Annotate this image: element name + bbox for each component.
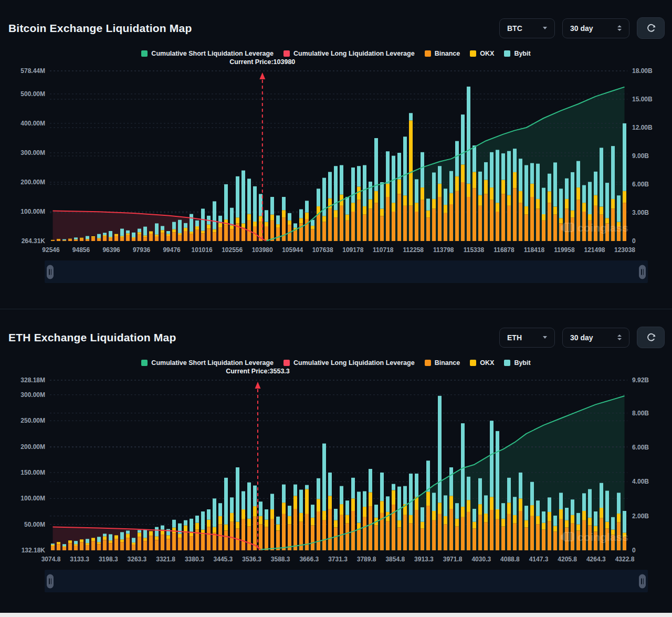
refresh-button[interactable] bbox=[637, 327, 665, 348]
x-axis-tick: 92546 bbox=[42, 246, 60, 254]
chart-controls: ETH 30 day bbox=[499, 327, 665, 348]
page-title: ETH Exchange Liquidation Map bbox=[8, 331, 176, 344]
right-axis-bottom-tick: 0 bbox=[632, 547, 636, 554]
left-axis-tick: 200.00M bbox=[20, 179, 45, 186]
x-axis-tick: 103980 bbox=[252, 246, 273, 254]
left-axis-tick: 250.00M bbox=[20, 417, 45, 424]
x-axis-tick: 3971.8 bbox=[443, 556, 463, 563]
right-axis-bottom-tick: 0 bbox=[632, 237, 636, 245]
refresh-button[interactable] bbox=[637, 17, 665, 39]
time-range-select[interactable]: 30 day bbox=[562, 328, 629, 348]
left-axis-tick: 400.00M bbox=[20, 120, 45, 127]
coin-select[interactable]: BTC bbox=[499, 18, 555, 38]
left-axis-tick: 500.00M bbox=[20, 90, 45, 98]
x-axis-tick: 110718 bbox=[373, 246, 394, 254]
current-price-label: Current Price:3553.3 bbox=[226, 368, 290, 375]
right-axis-tick: 15.00B bbox=[632, 96, 653, 103]
legend-item-short[interactable]: Cumulative Short Liquidation Leverage bbox=[141, 359, 274, 367]
legend-item-short[interactable]: Cumulative Short Liquidation Leverage bbox=[141, 50, 274, 57]
svg-text:coinglass: coinglass bbox=[578, 531, 628, 543]
x-axis-tick: 102556 bbox=[222, 246, 243, 254]
chart-zoom-scrollbar[interactable] bbox=[45, 260, 648, 283]
legend-item-long[interactable]: Cumulative Long Liquidation Leverage bbox=[284, 50, 415, 57]
scrollbar-left-handle[interactable] bbox=[47, 265, 54, 279]
liquidation-chart-canvas[interactable]: 328.18M300.00M250.00M200.00M150.00M100.0… bbox=[0, 377, 672, 567]
x-axis-tick: 4264.3 bbox=[586, 556, 606, 563]
legend-item-bybit[interactable]: Bybit bbox=[504, 359, 530, 367]
x-axis-tick: 4030.3 bbox=[471, 556, 491, 563]
time-range-value: 30 day bbox=[570, 333, 593, 342]
up-down-spinner-icon bbox=[617, 334, 622, 340]
scrollbar-right-handle[interactable] bbox=[639, 265, 646, 279]
time-range-value: 30 day bbox=[570, 24, 593, 33]
x-axis-tick: 4088.8 bbox=[500, 556, 520, 563]
x-axis-tick: 105944 bbox=[282, 246, 303, 254]
x-axis-tick: 3588.3 bbox=[271, 556, 290, 563]
left-axis-tick: 200.00M bbox=[20, 443, 45, 451]
left-axis-tick: 50.00M bbox=[24, 521, 45, 528]
x-axis-tick: 115338 bbox=[464, 246, 485, 254]
x-axis-tick: 3913.3 bbox=[414, 556, 434, 563]
right-axis-tick: 12.00B bbox=[632, 124, 653, 131]
legend-item-long[interactable]: Cumulative Long Liquidation Leverage bbox=[284, 359, 415, 367]
bybit-swatch-icon bbox=[504, 360, 510, 366]
x-axis-tick: 3263.3 bbox=[128, 556, 147, 563]
x-axis-tick: 99476 bbox=[163, 246, 181, 254]
right-axis-tick: 8.00B bbox=[632, 410, 649, 417]
binance-swatch-icon bbox=[425, 50, 431, 57]
x-axis-tick: 109178 bbox=[342, 246, 363, 254]
right-axis-tick: 9.00B bbox=[632, 152, 649, 160]
refresh-icon bbox=[645, 332, 657, 343]
scrollbar-right-handle[interactable] bbox=[639, 574, 646, 588]
scrollbar-left-handle[interactable] bbox=[47, 574, 54, 588]
legend-item-okx[interactable]: OKX bbox=[470, 50, 494, 57]
x-axis-tick: 113798 bbox=[433, 246, 454, 254]
x-axis-tick: 3731.3 bbox=[328, 556, 348, 563]
time-range-select[interactable]: 30 day bbox=[562, 18, 629, 38]
x-axis-tick: 121498 bbox=[584, 246, 605, 254]
x-axis-tick: 3445.3 bbox=[214, 556, 233, 563]
coin-select[interactable]: ETH bbox=[499, 328, 555, 348]
x-axis-tick: 3854.8 bbox=[385, 556, 405, 563]
page-title: Bitcoin Exchange Liquidation Map bbox=[8, 22, 192, 35]
up-arrow-icon bbox=[255, 382, 261, 389]
x-axis-tick: 3536.3 bbox=[242, 556, 261, 563]
x-axis-tick: 123038 bbox=[614, 246, 635, 254]
binance-swatch-icon bbox=[425, 360, 431, 366]
left-axis-tick: 100.00M bbox=[20, 208, 45, 215]
long-swatch-icon bbox=[284, 50, 290, 57]
bybit-swatch-icon bbox=[504, 50, 510, 57]
legend-item-okx[interactable]: OKX bbox=[470, 359, 494, 367]
right-axis-tick: 2.00B bbox=[632, 513, 649, 520]
coin-select-value: ETH bbox=[507, 333, 522, 342]
right-axis-tick: 6.00B bbox=[632, 444, 649, 451]
refresh-icon bbox=[645, 23, 657, 34]
chart-controls: BTC 30 day bbox=[499, 17, 665, 39]
x-axis-tick: 97936 bbox=[133, 246, 151, 254]
short-swatch-icon bbox=[141, 360, 148, 366]
x-axis-tick: 4205.8 bbox=[558, 556, 577, 563]
left-axis-tick: 100.00M bbox=[20, 495, 45, 502]
btc-liquidation-panel: Bitcoin Exchange Liquidation Map BTC 30 … bbox=[0, 0, 672, 309]
x-axis-tick: 116878 bbox=[494, 246, 514, 254]
x-axis-tick: 118418 bbox=[524, 246, 545, 254]
coinglass-logo-icon: coinglass bbox=[561, 222, 628, 234]
legend-item-binance[interactable]: Binance bbox=[425, 50, 460, 57]
x-axis-tick: 4147.3 bbox=[529, 556, 549, 563]
legend-item-bybit[interactable]: Bybit bbox=[504, 50, 530, 57]
liquidation-chart-canvas[interactable]: 578.44M500.00M400.00M300.00M200.00M100.0… bbox=[0, 67, 672, 257]
left-axis-tick: 578.44M bbox=[20, 67, 45, 75]
x-axis-tick: 94856 bbox=[72, 246, 90, 254]
right-axis-tick: 6.00B bbox=[632, 181, 649, 188]
chevron-down-icon bbox=[543, 27, 547, 29]
chart-zoom-scrollbar[interactable] bbox=[45, 570, 648, 592]
left-axis-tick: 300.00M bbox=[20, 149, 45, 156]
right-axis-tick: 18.00B bbox=[632, 67, 653, 75]
x-axis-tick: 107638 bbox=[312, 246, 333, 254]
coinglass-logo-icon: coinglass bbox=[561, 531, 628, 543]
short-swatch-icon bbox=[141, 50, 148, 57]
legend-item-binance[interactable]: Binance bbox=[425, 359, 460, 367]
x-axis-tick: 3789.8 bbox=[357, 556, 376, 563]
chart-legend: Cumulative Short Liquidation Leverage Cu… bbox=[0, 359, 672, 367]
okx-swatch-icon bbox=[470, 360, 476, 366]
